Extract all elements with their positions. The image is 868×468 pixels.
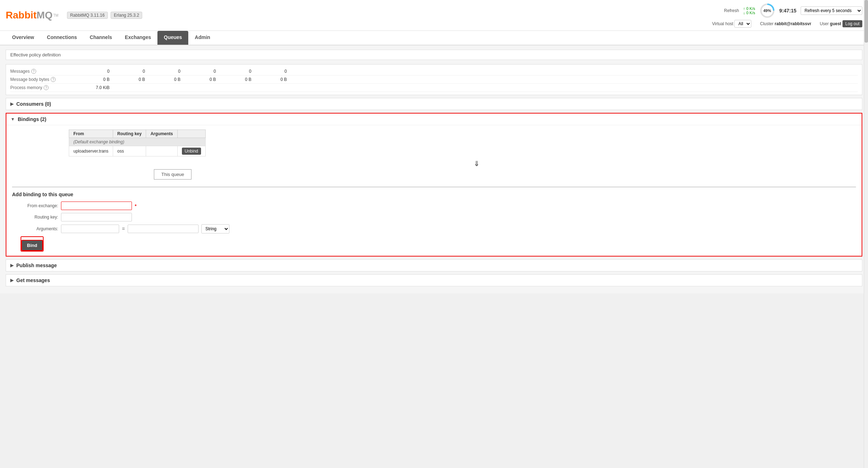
body-bytes-values: 0 B 0 B 0 B 0 B 0 B 0 B (81, 77, 287, 82)
messages-val-4: 0 (188, 69, 216, 74)
erlang-version-badge: Erlang 25.3.2 (111, 12, 142, 19)
bind-button[interactable]: Bind (21, 240, 43, 251)
scrollbar-track[interactable] (864, 0, 868, 293)
header-top-row: Refresh ↑ 0 K/s ↓ 0 K/s 49% 9:47:15 Refr… (724, 3, 862, 18)
body-bytes-row: Message body bytes ? 0 B 0 B 0 B 0 B 0 B… (10, 76, 858, 84)
consumers-title: Consumers (0) (16, 101, 51, 107)
get-messages-section: ▶ Get messages (6, 274, 862, 286)
routing-key-row: Routing key: (12, 213, 856, 221)
messages-help-icon[interactable]: ? (31, 69, 36, 74)
body-bytes-val-2: 0 B (117, 77, 145, 82)
arguments-row: Arguments: = String Number Boolean (12, 224, 856, 233)
header: RabbitMQTM RabbitMQ 3.11.16 Erlang 25.3.… (0, 0, 868, 31)
process-memory-value: 7.0 KiB (81, 85, 110, 90)
from-exchange-label: From exchange: (12, 203, 58, 208)
get-messages-toggle-icon: ▶ (10, 278, 13, 283)
messages-val-3: 0 (152, 69, 180, 74)
time-display: 9:47:15 (779, 8, 796, 13)
nav-item-queues[interactable]: Queues (157, 31, 188, 45)
logo-rabbit-text: Rabbit (6, 10, 37, 21)
binding-from-cell: uploadserver.trans (69, 146, 113, 156)
get-messages-header[interactable]: ▶ Get messages (6, 275, 862, 286)
logout-button[interactable]: Log out (842, 20, 862, 27)
logo-tm-text: TM (53, 13, 58, 17)
consumers-section: ▶ Consumers (0) (6, 98, 862, 110)
nav-item-admin[interactable]: Admin (188, 31, 217, 45)
binding-arrow: ⇓ (97, 159, 856, 168)
arguments-label: Arguments: (12, 226, 58, 231)
add-binding-title: Add binding to this queue (12, 192, 856, 197)
version-badges: RabbitMQ 3.11.16 Erlang 25.3.2 (67, 12, 143, 19)
refresh-select[interactable]: Refresh every 5 secondsRefresh every 10 … (801, 6, 862, 15)
consumers-toggle-icon: ▶ (10, 101, 13, 106)
cluster-info: Cluster rabbit@rabbitssvr (760, 21, 811, 26)
process-memory-help-icon[interactable]: ? (44, 85, 49, 90)
messages-val-2: 0 (117, 69, 145, 74)
messages-values: 0 0 0 0 0 0 (81, 69, 287, 74)
from-exchange-input[interactable] (61, 202, 132, 210)
publish-message-title: Publish message (16, 263, 57, 268)
consumers-header[interactable]: ▶ Consumers (0) (6, 98, 862, 110)
cpu-gauge: 49% (760, 3, 775, 18)
nav-item-channels[interactable]: Channels (83, 31, 118, 45)
unbind-button[interactable]: Unbind (182, 148, 201, 155)
virtual-host-label: Virtual host All (712, 20, 751, 28)
messages-val-6: 0 (258, 69, 287, 74)
this-queue-box: This queue (154, 169, 191, 180)
routing-key-label: Routing key: (12, 215, 58, 220)
messages-row: Messages ? 0 0 0 0 0 0 (10, 67, 858, 76)
publish-message-section: ▶ Publish message (6, 259, 862, 271)
bindings-section: ▼ Bindings (2) From Routing key Argument… (6, 113, 862, 257)
bind-button-wrapper: Bind (16, 236, 856, 252)
body-bytes-val-1: 0 B (81, 77, 110, 82)
messages-val-5: 0 (223, 69, 251, 74)
bindings-toggle-icon: ▼ (11, 117, 15, 122)
main-content: Effective policy definition Messages ? 0… (0, 45, 868, 293)
default-binding-cell: (Default exchange binding) (69, 138, 206, 146)
policy-definition: Effective policy definition (6, 50, 862, 60)
routing-key-input[interactable] (61, 213, 132, 221)
arguments-type-select[interactable]: String Number Boolean (201, 224, 229, 233)
virtual-host-select[interactable]: All (734, 20, 751, 28)
header-left: RabbitMQTM RabbitMQ 3.11.16 Erlang 25.3.… (6, 10, 142, 21)
stats-section: Messages ? 0 0 0 0 0 0 Message body byte… (6, 64, 862, 95)
nav-item-overview[interactable]: Overview (6, 31, 40, 45)
bindings-body: From Routing key Arguments (Default exch… (6, 125, 862, 256)
body-bytes-val-6: 0 B (258, 77, 287, 82)
gauge-text: 49% (763, 9, 771, 13)
messages-label: Messages ? (10, 69, 81, 74)
arguments-key-input[interactable] (61, 225, 119, 233)
nav-item-exchanges[interactable]: Exchanges (118, 31, 157, 45)
bindings-title: Bindings (2) (18, 116, 46, 122)
messages-val-1: 0 (81, 69, 110, 74)
logo-mq-text: MQ (37, 10, 52, 21)
rate-info: ↑ 0 K/s ↓ 0 K/s (743, 6, 755, 15)
rate-down: ↓ 0 K/s (743, 11, 755, 15)
publish-message-header[interactable]: ▶ Publish message (6, 260, 862, 271)
user-info: User guest Log out (820, 20, 862, 27)
default-binding-row: (Default exchange binding) (69, 138, 206, 146)
body-bytes-val-5: 0 B (223, 77, 251, 82)
equals-sign: = (122, 226, 125, 232)
body-bytes-label: Message body bytes ? (10, 77, 81, 82)
arguments-value-input[interactable] (128, 225, 199, 233)
rabbitmq-version-badge: RabbitMQ 3.11.16 (67, 12, 108, 19)
user-value: guest (830, 21, 841, 26)
nav-item-connections[interactable]: Connections (40, 31, 83, 45)
required-star: * (135, 203, 137, 209)
col-action (177, 130, 205, 138)
bind-btn-border: Bind (21, 236, 44, 252)
body-bytes-val-3: 0 B (152, 77, 180, 82)
binding-action-cell: Unbind (177, 146, 205, 156)
binding-routing-key-cell: oss (113, 146, 146, 156)
publish-message-toggle-icon: ▶ (10, 263, 13, 268)
scrollbar-thumb[interactable] (864, 0, 868, 43)
col-routing-key: Routing key (113, 130, 146, 138)
body-bytes-val-4: 0 B (188, 77, 216, 82)
body-bytes-help-icon[interactable]: ? (51, 77, 56, 82)
col-arguments: Arguments (146, 130, 177, 138)
binding-arguments-cell (146, 146, 177, 156)
from-exchange-row: From exchange: * (12, 202, 856, 210)
logo: RabbitMQTM (6, 10, 59, 21)
bindings-header[interactable]: ▼ Bindings (2) (6, 114, 862, 125)
